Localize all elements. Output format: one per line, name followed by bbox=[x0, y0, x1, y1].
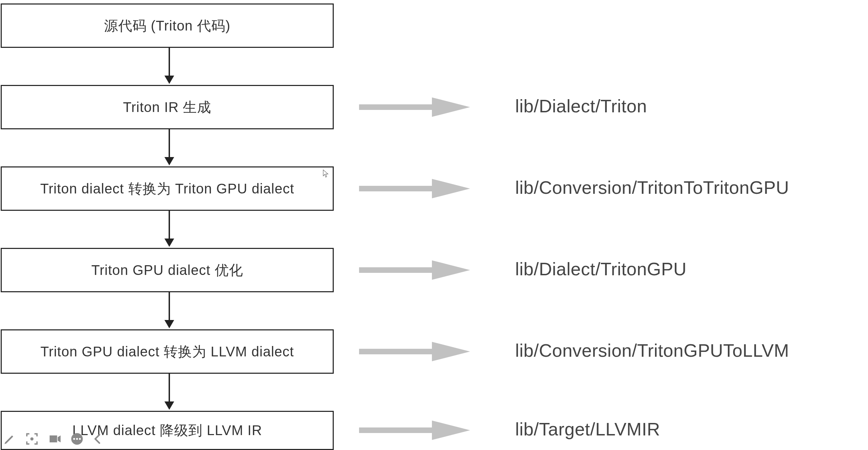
flow-arrow bbox=[164, 292, 174, 328]
maps-to-arrow-icon bbox=[359, 421, 470, 440]
flow-arrow bbox=[164, 374, 174, 410]
svg-point-13 bbox=[76, 438, 78, 440]
svg-rect-4 bbox=[359, 267, 432, 273]
stage-label: Triton GPU dialect 转换为 LLVM dialect bbox=[41, 342, 294, 361]
stage-source-code: 源代码 (Triton 代码) bbox=[1, 3, 334, 48]
focus-icon[interactable] bbox=[24, 431, 40, 447]
svg-rect-8 bbox=[359, 427, 432, 433]
stage-label: Triton IR 生成 bbox=[123, 98, 212, 117]
stage-triton-gpu-to-llvm: Triton GPU dialect 转换为 LLVM dialect bbox=[1, 329, 334, 374]
maps-to-path: lib/Target/LLVMIR bbox=[515, 419, 660, 440]
flow-arrow bbox=[164, 211, 174, 247]
more-icon[interactable] bbox=[70, 432, 84, 446]
svg-point-14 bbox=[79, 438, 81, 440]
flow-arrow bbox=[164, 48, 174, 84]
svg-marker-5 bbox=[432, 260, 470, 280]
flow-arrow bbox=[164, 129, 174, 165]
maps-to-arrow-icon bbox=[359, 342, 470, 361]
video-icon[interactable] bbox=[47, 432, 62, 446]
chevron-left-icon[interactable] bbox=[92, 432, 104, 446]
stage-triton-ir-gen: Triton IR 生成 bbox=[1, 85, 334, 129]
maps-to-path: lib/Conversion/TritonToTritonGPU bbox=[515, 177, 789, 198]
maps-to-arrow-icon bbox=[359, 97, 470, 117]
svg-point-12 bbox=[73, 438, 75, 440]
stage-triton-to-triton-gpu: Triton dialect 转换为 Triton GPU dialect bbox=[1, 166, 334, 211]
maps-to-arrow-icon bbox=[359, 260, 470, 280]
svg-marker-3 bbox=[432, 179, 470, 198]
stage-label: Triton GPU dialect 优化 bbox=[91, 261, 243, 280]
stage-label: 源代码 (Triton 代码) bbox=[104, 16, 231, 35]
maps-to-path: lib/Dialect/TritonGPU bbox=[515, 259, 687, 279]
maps-to-arrow-icon bbox=[359, 179, 470, 198]
maps-to-path: lib/Conversion/TritonGPUToLLVM bbox=[515, 340, 789, 361]
stage-label: Triton dialect 转换为 Triton GPU dialect bbox=[40, 179, 294, 198]
svg-marker-9 bbox=[432, 421, 470, 440]
svg-marker-1 bbox=[432, 97, 470, 117]
svg-rect-0 bbox=[359, 104, 432, 110]
presentation-toolbar bbox=[3, 431, 104, 447]
svg-marker-7 bbox=[432, 342, 470, 361]
maps-to-path: lib/Dialect/Triton bbox=[515, 96, 647, 116]
svg-rect-2 bbox=[359, 186, 432, 191]
compilation-pipeline-diagram: 源代码 (Triton 代码) Triton IR 生成 Triton dial… bbox=[0, 0, 868, 450]
stage-triton-gpu-optimize: Triton GPU dialect 优化 bbox=[1, 248, 334, 292]
pen-icon[interactable] bbox=[3, 432, 17, 446]
svg-point-10 bbox=[30, 437, 33, 440]
svg-rect-6 bbox=[359, 349, 432, 354]
